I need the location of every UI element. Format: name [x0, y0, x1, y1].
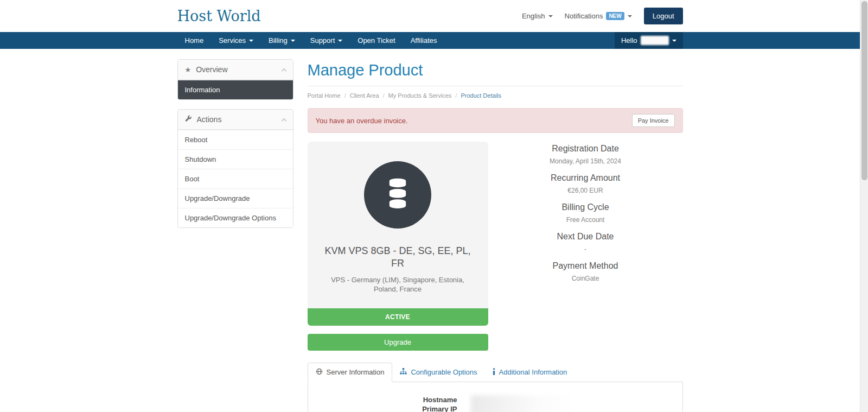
- notifications-label: Notifications: [565, 12, 603, 20]
- product-name: KVM VPS 8GB - DE, SG, EE, PL, FR: [321, 245, 475, 269]
- hostname-label: Hostname: [316, 395, 457, 404]
- status-badge: ACTIVE: [308, 308, 488, 326]
- caret-down-icon: [672, 40, 676, 42]
- nav-item-support[interactable]: Support: [303, 32, 350, 49]
- overdue-invoice-alert: You have an overdue invoice. Pay Invoice: [308, 108, 683, 133]
- sidebar-item-shutdown[interactable]: Shutdown: [178, 149, 293, 169]
- alert-message: You have an overdue invoice.: [316, 117, 408, 125]
- overview-panel: ★ Overview Information: [177, 59, 293, 100]
- logo[interactable]: Host World: [177, 8, 261, 24]
- server-values-redacted: [471, 395, 571, 412]
- upgrade-button[interactable]: Upgrade: [308, 334, 488, 351]
- scrollbar-thumb[interactable]: [861, 1, 867, 180]
- overview-panel-title: Overview: [196, 65, 227, 74]
- sidebar-item-boot[interactable]: Boot: [178, 169, 293, 188]
- overview-panel-header[interactable]: ★ Overview: [178, 60, 293, 80]
- tab-server-information[interactable]: Server Information: [308, 363, 393, 382]
- sidebar-item-upgrade-downgrade-options[interactable]: Upgrade/Downgrade Options: [178, 208, 293, 227]
- database-icon: [385, 178, 410, 212]
- actions-panel: Actions Reboot Shutdown Boot Upgrade/Dow…: [177, 109, 293, 228]
- chevron-up-icon: [281, 68, 286, 73]
- tab-additional-information[interactable]: Additional Information: [485, 363, 575, 382]
- server-info-values: [471, 395, 571, 412]
- scrollbar-track[interactable]: [860, 0, 868, 412]
- nav-items: Home Services Billing Support: [177, 32, 445, 49]
- detail-payment-method: Payment Method CoinGate: [488, 261, 683, 282]
- detail-next-due-date: Next Due Date -: [488, 232, 683, 253]
- breadcrumb-client-area[interactable]: Client Area: [341, 92, 379, 99]
- language-dropdown[interactable]: English: [522, 12, 553, 20]
- chevron-up-icon: [281, 118, 286, 123]
- language-label: English: [522, 12, 545, 20]
- primary-ip-label: Primary IP: [316, 404, 457, 412]
- caret-down-icon: [249, 40, 253, 42]
- server-information-panel: Hostname Primary IP Assigned IPs: [308, 382, 683, 412]
- sidebar: ★ Overview Information Actions Reboot: [177, 59, 293, 237]
- product-card: KVM VPS 8GB - DE, SG, EE, PL, FR VPS - G…: [308, 142, 488, 326]
- main-navbar: Home Services Billing Support: [0, 32, 860, 49]
- product-description: VPS - Germany (LIM), Singapore, Estonia,…: [321, 276, 475, 294]
- sidebar-item-information[interactable]: Information: [178, 80, 293, 99]
- star-icon: ★: [185, 66, 192, 73]
- header-actions: English Notifications NEW Logout: [522, 8, 683, 24]
- page-title: Manage Product: [308, 61, 683, 79]
- nav-item-billing[interactable]: Billing: [261, 32, 303, 49]
- actions-panel-title: Actions: [197, 115, 222, 124]
- tab-configurable-options[interactable]: Configurable Options: [392, 363, 484, 382]
- breadcrumb-product-details[interactable]: Product Details: [451, 92, 501, 99]
- tabs: Server Information Configurable Options …: [308, 363, 683, 382]
- logout-button[interactable]: Logout: [644, 8, 683, 24]
- browser-viewport: Host World English Notifications NEW Log…: [0, 0, 868, 412]
- wrench-icon: [185, 115, 192, 124]
- notifications-dropdown[interactable]: Notifications NEW: [565, 12, 632, 20]
- detail-billing-cycle: Billing Cycle Free Account: [488, 202, 683, 224]
- caret-down-icon: [628, 15, 632, 17]
- product-overview: KVM VPS 8GB - DE, SG, EE, PL, FR VPS - G…: [308, 142, 683, 351]
- globe-icon: [316, 368, 323, 377]
- pay-invoice-button[interactable]: Pay Invoice: [632, 114, 675, 127]
- product-details: Registration Date Monday, April 15th, 20…: [488, 142, 683, 351]
- sidebar-item-upgrade-downgrade[interactable]: Upgrade/Downgrade: [178, 188, 293, 208]
- caret-down-icon: [338, 40, 342, 42]
- actions-panel-header[interactable]: Actions: [178, 110, 293, 130]
- nav-item-open-ticket[interactable]: Open Ticket: [350, 32, 403, 49]
- server-info-labels: Hostname Primary IP Assigned IPs: [316, 395, 457, 412]
- nav-item-home[interactable]: Home: [177, 32, 212, 49]
- breadcrumb-portal-home[interactable]: Portal Home: [308, 92, 341, 99]
- top-header: Host World English Notifications NEW Log…: [0, 0, 860, 32]
- info-icon: [493, 368, 495, 377]
- caret-down-icon: [291, 40, 295, 42]
- new-badge: NEW: [606, 12, 624, 20]
- user-menu[interactable]: Hello: [615, 32, 683, 49]
- greeting-label: Hello: [621, 36, 637, 45]
- product-icon-circle: [364, 161, 431, 229]
- detail-registration-date: Registration Date Monday, April 15th, 20…: [488, 144, 683, 165]
- detail-recurring-amount: Recurring Amount €26,00 EUR: [488, 173, 683, 194]
- sitemap-icon: [400, 368, 407, 376]
- sidebar-item-reboot[interactable]: Reboot: [178, 130, 293, 149]
- main-content: Manage Product Portal HomeClient AreaMy …: [308, 59, 683, 412]
- nav-item-affiliates[interactable]: Affiliates: [403, 32, 445, 49]
- breadcrumb: Portal HomeClient AreaMy Products & Serv…: [308, 86, 683, 100]
- username-redacted: [641, 36, 669, 45]
- breadcrumb-my-products[interactable]: My Products & Services: [379, 92, 452, 99]
- page: Host World English Notifications NEW Log…: [0, 0, 860, 412]
- product-column: KVM VPS 8GB - DE, SG, EE, PL, FR VPS - G…: [308, 142, 488, 351]
- caret-down-icon: [548, 15, 553, 17]
- nav-item-services[interactable]: Services: [211, 32, 261, 49]
